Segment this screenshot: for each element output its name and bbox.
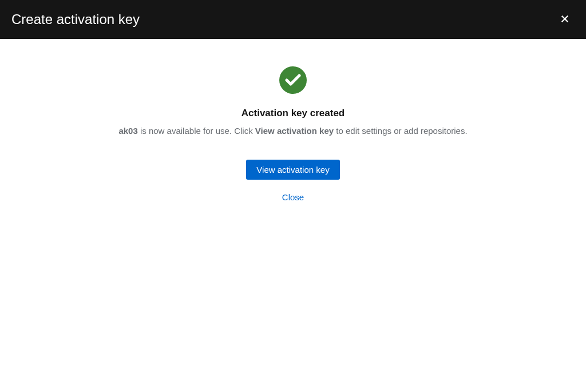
success-check-icon [279, 66, 307, 94]
close-button[interactable] [555, 9, 575, 30]
description-text-2: to edit settings or add repositories. [334, 126, 467, 136]
success-description: ak03 is now available for use. Click Vie… [118, 126, 467, 136]
modal-content: Activation key created ak03 is now avail… [0, 39, 586, 207]
view-activation-key-button[interactable]: View activation key [246, 160, 339, 180]
close-icon [560, 14, 570, 26]
modal-title: Create activation key [11, 11, 140, 27]
description-bold: View activation key [255, 126, 334, 136]
close-link[interactable]: Close [273, 188, 313, 207]
description-text-1: is now available for use. Click [138, 126, 255, 136]
key-name: ak03 [118, 126, 137, 136]
success-heading: Activation key created [241, 108, 345, 119]
modal-header: Create activation key [0, 0, 586, 39]
